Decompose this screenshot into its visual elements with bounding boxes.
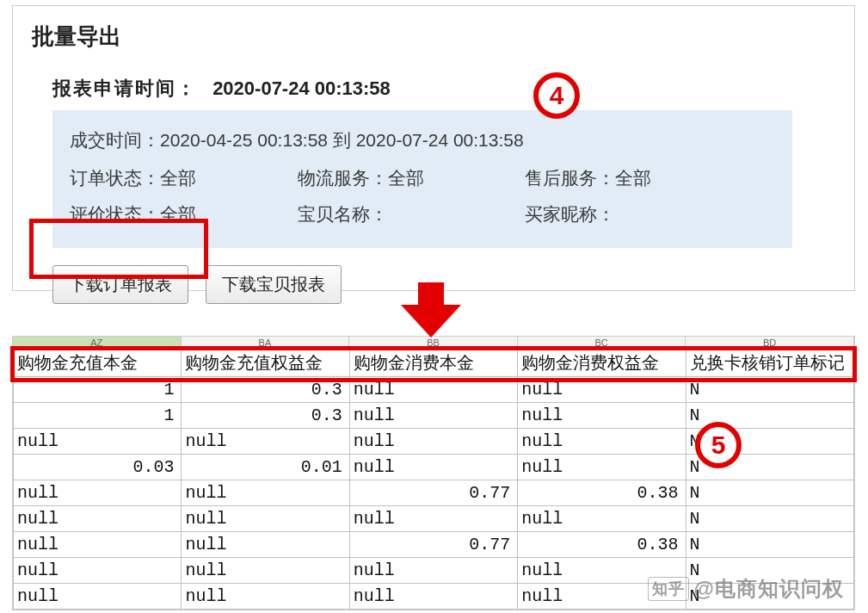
table-row: nullnull0.770.38N xyxy=(14,532,854,558)
cell[interactable]: N xyxy=(686,532,853,558)
request-time-value: 2020-07-24 00:13:58 xyxy=(212,77,391,99)
cell[interactable]: N xyxy=(686,377,853,403)
column-letter[interactable]: BA xyxy=(182,337,350,349)
cell[interactable]: null xyxy=(14,532,182,558)
table-row: nullnullnullnullN xyxy=(14,584,854,610)
cell[interactable]: null xyxy=(349,429,517,455)
cell[interactable]: null xyxy=(518,506,686,532)
cell[interactable]: 1 xyxy=(14,403,182,429)
column-letter[interactable]: BC xyxy=(518,337,686,349)
down-arrow-icon xyxy=(404,282,458,343)
table-row: 10.3nullnullN xyxy=(14,377,854,403)
cell[interactable]: null xyxy=(349,403,517,429)
table-row: nullnull0.770.38N xyxy=(14,480,854,506)
table-header-row: 购物金充值本金 购物金充值权益金 购物金消费本金 购物金消费权益金 兑换卡核销订… xyxy=(14,350,854,377)
cell[interactable]: null xyxy=(182,532,349,558)
request-time-line: 报表申请时间： 2020-07-24 00:13:58 xyxy=(52,76,835,102)
column-letter[interactable]: AZ xyxy=(13,337,182,349)
cell[interactable]: 0.3 xyxy=(182,403,349,429)
cell[interactable]: null xyxy=(518,403,686,429)
column-header[interactable]: 购物金充值权益金 xyxy=(182,350,349,377)
cell[interactable]: N xyxy=(686,584,853,610)
deal-time-label: 成交时间： xyxy=(70,130,160,150)
cell[interactable]: null xyxy=(14,506,182,532)
cell[interactable]: null xyxy=(182,558,349,584)
cell[interactable]: null xyxy=(518,429,686,455)
cell[interactable]: 0.77 xyxy=(349,532,517,558)
review-status-value: 全部 xyxy=(160,204,196,224)
aftersale-value: 全部 xyxy=(615,168,651,188)
cell[interactable]: null xyxy=(349,377,517,403)
request-time-label: 报表申请时间： xyxy=(52,77,197,99)
cell[interactable]: N xyxy=(686,506,853,532)
cell[interactable]: null xyxy=(14,429,182,455)
panel-title: 批量导出 xyxy=(32,22,835,52)
buyer-nick-label: 买家昵称： xyxy=(525,204,615,224)
logistics-label: 物流服务： xyxy=(298,168,388,188)
batch-export-panel: 批量导出 报表申请时间： 2020-07-24 00:13:58 成交时间：20… xyxy=(12,5,855,291)
cell[interactable]: N xyxy=(686,480,853,506)
cell[interactable]: null xyxy=(349,558,517,584)
cell[interactable]: 0.03 xyxy=(14,455,182,480)
step-badge-4: 4 xyxy=(533,72,580,119)
column-header[interactable]: 购物金充值本金 xyxy=(14,350,182,377)
download-order-report-button[interactable]: 下载订单报表 xyxy=(52,265,188,304)
spreadsheet: AZ BA BB BC BD 购物金充值本金 购物金充值权益金 购物金消费本金 … xyxy=(12,336,855,610)
cell[interactable]: 0.01 xyxy=(182,455,349,480)
cell[interactable]: null xyxy=(182,429,349,455)
cell[interactable]: null xyxy=(518,455,686,480)
table-row: nullnullnullnullN xyxy=(14,558,854,584)
cell[interactable]: null xyxy=(182,584,349,610)
logistics-value: 全部 xyxy=(388,168,424,188)
cell[interactable]: null xyxy=(518,377,686,403)
cell[interactable]: null xyxy=(182,480,349,506)
cell[interactable]: null xyxy=(349,455,517,480)
item-name-label: 宝贝名称： xyxy=(298,204,388,224)
cell[interactable]: 0.77 xyxy=(349,480,517,506)
table-row: nullnullnullnullN xyxy=(14,506,854,532)
cell[interactable]: null xyxy=(518,584,686,610)
export-params-box: 成交时间：2020-04-25 00:13:58 到 2020-07-24 00… xyxy=(52,110,792,248)
cell[interactable]: null xyxy=(14,480,182,506)
aftersale-label: 售后服务： xyxy=(525,168,615,188)
column-letter[interactable]: BD xyxy=(686,337,854,349)
column-header[interactable]: 购物金消费权益金 xyxy=(518,350,686,377)
cell[interactable]: N xyxy=(686,558,853,584)
cell[interactable]: 0.3 xyxy=(182,377,349,403)
cell[interactable]: 0.38 xyxy=(518,532,686,558)
cell[interactable]: null xyxy=(518,558,686,584)
column-header[interactable]: 兑换卡核销订单标记 xyxy=(686,350,853,377)
order-status-value: 全部 xyxy=(160,168,196,188)
cell[interactable]: null xyxy=(14,558,182,584)
deal-time-value: 2020-04-25 00:13:58 到 2020-07-24 00:13:5… xyxy=(160,130,524,150)
cell[interactable]: null xyxy=(349,584,517,610)
cell[interactable]: 0.38 xyxy=(518,480,686,506)
order-status-label: 订单状态： xyxy=(70,168,160,188)
cell[interactable]: null xyxy=(349,506,517,532)
review-status-label: 评价状态： xyxy=(70,204,160,224)
step-badge-5: 5 xyxy=(695,422,742,468)
column-header[interactable]: 购物金消费本金 xyxy=(349,350,517,377)
download-item-report-button[interactable]: 下载宝贝报表 xyxy=(206,265,342,304)
cell[interactable]: null xyxy=(14,584,182,610)
cell[interactable]: null xyxy=(182,506,349,532)
cell[interactable]: 1 xyxy=(14,377,182,403)
